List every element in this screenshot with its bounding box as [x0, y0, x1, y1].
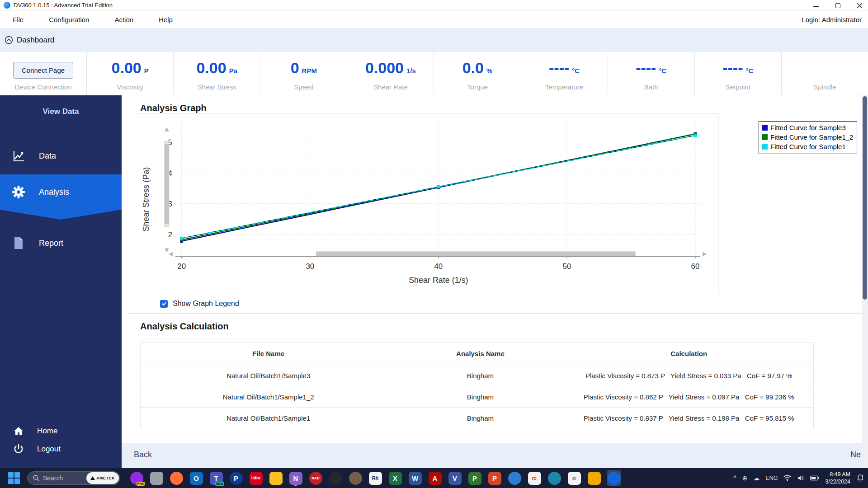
notification-bell-icon[interactable]: z — [856, 474, 864, 482]
clock-date: 3/22/2024 — [825, 478, 850, 485]
window-scrollbar-thumb[interactable] — [863, 96, 867, 300]
rc-app[interactable]: rc — [527, 470, 542, 486]
search-placeholder: Search — [43, 474, 83, 482]
wifi-icon[interactable] — [783, 475, 791, 481]
sidebar-item-data[interactable]: Data — [0, 141, 122, 170]
file-name-cell: Natural Oil/Batch1/Sample1 — [141, 408, 396, 429]
chart-vscroll-up-arrow[interactable] — [165, 127, 169, 131]
sidebar-item-home[interactable]: Home — [0, 422, 122, 440]
outlook-icon: O — [190, 472, 203, 485]
status-tile-torque: 0.0%Torque — [434, 52, 521, 95]
next-button[interactable]: Ne — [850, 450, 861, 460]
close-button[interactable] — [856, 2, 863, 9]
tile-value-row: 0.0001/s — [347, 59, 434, 77]
notepad-app[interactable]: ≡ — [567, 470, 581, 486]
app-badge: PRE — [137, 482, 145, 486]
collapse-chevron-icon[interactable] — [5, 36, 13, 44]
sidebar-item-report[interactable]: Report — [0, 229, 122, 258]
maximize-icon — [835, 3, 840, 8]
window-scrollbar[interactable] — [862, 95, 868, 468]
blue-app-app[interactable] — [507, 470, 522, 486]
tray-overflow-chevron-icon[interactable]: ^ — [733, 474, 736, 482]
snipping-tool-app[interactable] — [149, 470, 164, 486]
tile-value-row: 0RPM — [260, 59, 347, 77]
maximize-button[interactable] — [835, 2, 841, 9]
chart-hscroll-thumb[interactable] — [316, 251, 635, 256]
sidebar-item-logout[interactable]: Logout — [0, 440, 122, 458]
firefox-app[interactable] — [169, 470, 184, 486]
chart-legend: Fitted Curve for Sample3Fitted Curve for… — [759, 121, 857, 154]
device-connection-tile: Connect Page Device Connection — [0, 52, 87, 95]
table-header-row: File NameAnalysis NameCalculation — [141, 343, 813, 365]
status-tile-shear-rate: 0.0001/sShear Rate — [347, 52, 434, 95]
connect-page-button[interactable]: Connect Page — [13, 62, 73, 79]
p-hexagon-app[interactable]: P — [229, 470, 243, 486]
project-app[interactable]: P — [467, 470, 482, 486]
x-tick-label: 50 — [563, 262, 571, 271]
taskbar-clock[interactable]: 8:49 AM 3/22/2024 — [825, 471, 850, 486]
rad-studio-app[interactable]: RAD — [308, 470, 323, 486]
tile-label: Spindle — [782, 83, 868, 91]
dashboard-bar[interactable]: Dashboard — [0, 28, 868, 52]
tile-value-row: 0.00P — [87, 59, 173, 77]
chart-vscroll-down-arrow[interactable] — [165, 249, 169, 253]
battery-icon[interactable] — [810, 475, 819, 481]
table-row[interactable]: Natural Oil/Batch1/Sample1BinghamPlastic… — [141, 408, 813, 429]
tile-unit: Pa — [229, 67, 237, 75]
dbeaver-app[interactable] — [547, 470, 561, 486]
acrobat-app[interactable]: A — [428, 470, 442, 486]
chart-hscroll-right-arrow[interactable] — [703, 252, 707, 256]
table-row[interactable]: Natural Oil/Batch1/Sample3BinghamPlastic… — [141, 365, 813, 386]
rhino-app[interactable]: Rh — [368, 470, 382, 486]
show-legend-checkbox[interactable] — [160, 300, 168, 308]
table-row[interactable]: Natural Oil/Batch1/Sample1_2BinghamPlast… — [141, 386, 813, 408]
chart-vscroll-thumb[interactable] — [164, 141, 169, 227]
tile-value: 0.000 — [365, 59, 404, 76]
teams-app[interactable]: TNEW — [209, 470, 223, 486]
document-icon — [11, 237, 26, 249]
selected-item-tail — [0, 210, 121, 220]
dv360-app-app[interactable] — [607, 470, 621, 486]
infor-app[interactable]: infor — [249, 470, 263, 486]
visual-studio-app[interactable]: N — [288, 470, 303, 486]
sidebar-section-title: View Data — [0, 107, 122, 116]
tile-value: 0.0 — [462, 59, 484, 76]
sidebar-item-label: Logout — [37, 445, 61, 454]
volume-icon[interactable] — [797, 475, 804, 481]
tile-label: Torque — [434, 83, 520, 91]
file-explorer-app[interactable] — [269, 470, 283, 486]
ametek-badge: AMETEK — [86, 472, 119, 484]
excel-app[interactable]: X — [388, 470, 402, 486]
main-content: Analysis Graph 20304050602345Shear Stres… — [122, 95, 862, 468]
menu-item-help[interactable]: Help — [159, 16, 173, 23]
legend-item: Fitted Curve for Sample1 — [762, 142, 853, 151]
word-app[interactable]: W — [408, 470, 422, 486]
start-button[interactable] — [7, 471, 21, 485]
paw-app[interactable] — [348, 470, 363, 486]
x-tick-label: 20 — [177, 262, 186, 271]
adobe-express-app[interactable]: PRE — [129, 470, 144, 486]
outlook-app[interactable]: O — [189, 470, 203, 486]
power-automate-app[interactable] — [587, 470, 601, 486]
tile-unit: °C — [659, 67, 666, 75]
window-title: DV360 1.0.15 : Advanced Trial Edition — [14, 2, 113, 9]
dv360-app-icon — [608, 472, 621, 485]
search-box[interactable]: Search AMETEK — [27, 471, 120, 485]
back-button[interactable]: Back — [134, 450, 152, 460]
status-tile-viscosity: 0.00PViscosity — [87, 52, 174, 95]
tile-value-row: 0.0% — [434, 59, 520, 77]
menu-item-configuration[interactable]: Configuration — [49, 16, 89, 23]
github-app[interactable] — [328, 470, 343, 486]
visio-app[interactable]: V — [448, 470, 462, 486]
menu-item-action[interactable]: Action — [114, 16, 133, 23]
network-globe-icon[interactable]: ⊕ — [742, 474, 748, 482]
sidebar-item-analysis[interactable]: Analysis — [0, 174, 122, 220]
language-indicator[interactable]: ENG — [765, 475, 778, 481]
tile-label: Viscosity — [87, 83, 173, 91]
menu-item-file[interactable]: File — [13, 16, 24, 23]
analysis-chart[interactable]: 20304050602345Shear Stress (Pa)Shear Rat… — [136, 113, 719, 294]
onedrive-cloud-icon[interactable]: ☁ — [753, 474, 760, 482]
chart-hscroll-left-arrow[interactable] — [169, 252, 173, 256]
powerpoint-app[interactable]: P — [487, 470, 502, 486]
minimize-button[interactable] — [813, 2, 819, 9]
